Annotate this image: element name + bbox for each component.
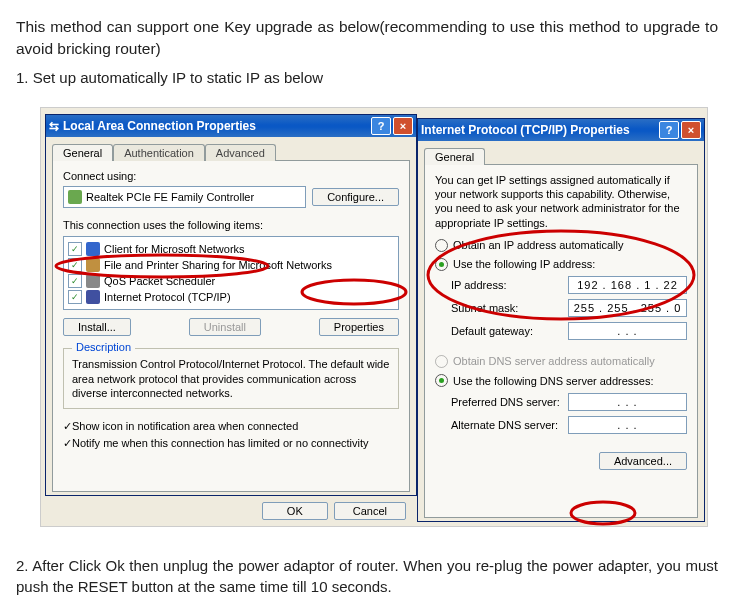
description-text: Transmission Control Protocol/Internet P… bbox=[72, 357, 390, 400]
tab-advanced[interactable]: Advanced bbox=[205, 144, 276, 161]
close-button[interactable]: × bbox=[681, 121, 701, 139]
nic-icon bbox=[68, 190, 82, 204]
step1: 1. Set up automatically IP to static IP … bbox=[16, 67, 718, 89]
uninstall-button: Uninstall bbox=[189, 318, 261, 336]
help-button[interactable]: ? bbox=[659, 121, 679, 139]
tab-general[interactable]: General bbox=[424, 148, 485, 165]
ip-address-field[interactable]: 192 . 168 . 1 . 22 bbox=[568, 276, 687, 294]
ip-label: IP address: bbox=[451, 278, 568, 292]
close-button[interactable]: × bbox=[393, 117, 413, 135]
tab-panel: Connect using: Realtek PCIe FE Family Co… bbox=[52, 160, 410, 492]
tabs: General bbox=[424, 147, 698, 164]
radio-manual-ip[interactable] bbox=[435, 258, 448, 271]
component-list[interactable]: ✓Client for Microsoft Networks ✓File and… bbox=[63, 236, 399, 310]
tab-general[interactable]: General bbox=[52, 144, 113, 161]
radio-label: Use the following IP address: bbox=[453, 257, 595, 271]
radio-auto-dns bbox=[435, 355, 448, 368]
radio-auto-ip[interactable] bbox=[435, 239, 448, 252]
titlebar: Internet Protocol (TCP/IP) Properties ? … bbox=[418, 119, 704, 141]
show-icon-checkbox-label: Show icon in notification area when conn… bbox=[72, 419, 298, 433]
radio-label: Obtain DNS server address automatically bbox=[453, 354, 655, 368]
nic-field: Realtek PCIe FE Family Controller bbox=[63, 186, 306, 208]
connect-using-label: Connect using: bbox=[63, 169, 399, 183]
tab-panel: You can get IP settings assigned automat… bbox=[424, 164, 698, 518]
list-item: QoS Packet Scheduler bbox=[104, 275, 215, 287]
tabs: General Authentication Advanced bbox=[52, 143, 410, 160]
check-icon[interactable]: ✓ bbox=[68, 258, 82, 272]
tcpip-properties-window: Internet Protocol (TCP/IP) Properties ? … bbox=[417, 118, 705, 522]
list-item: Client for Microsoft Networks bbox=[104, 243, 245, 255]
check-icon[interactable]: ✓ bbox=[68, 242, 82, 256]
list-item-tcpip: Internet Protocol (TCP/IP) bbox=[104, 291, 231, 303]
description-legend: Description bbox=[72, 341, 135, 353]
items-label: This connection uses the following items… bbox=[63, 218, 399, 232]
radio-label: Use the following DNS server addresses: bbox=[453, 374, 654, 388]
dialog-buttons: OK Cancel bbox=[46, 498, 416, 526]
gateway-field[interactable]: . . . bbox=[568, 322, 687, 340]
radio-manual-dns[interactable] bbox=[435, 374, 448, 387]
alternate-dns-field[interactable]: . . . bbox=[568, 416, 687, 434]
window-title: Local Area Connection Properties bbox=[63, 119, 369, 133]
screenshot-figure: ⇆ Local Area Connection Properties ? × G… bbox=[40, 107, 708, 527]
step2: 2. After Click Ok then unplug the power … bbox=[16, 555, 718, 599]
tab-authentication[interactable]: Authentication bbox=[113, 144, 205, 161]
preferred-dns-label: Preferred DNS server: bbox=[451, 395, 568, 409]
intro-text: This method can support one Key upgrade … bbox=[16, 16, 718, 61]
client-icon bbox=[86, 242, 100, 256]
tcpip-icon bbox=[86, 290, 100, 304]
properties-button[interactable]: Properties bbox=[319, 318, 399, 336]
alternate-dns-label: Alternate DNS server: bbox=[451, 418, 568, 432]
check-icon[interactable]: ✓ bbox=[63, 420, 72, 433]
dialog-buttons: OK Cancel bbox=[418, 524, 704, 527]
sys-icon: ⇆ bbox=[49, 119, 59, 133]
share-icon bbox=[86, 258, 100, 272]
gateway-label: Default gateway: bbox=[451, 324, 568, 338]
check-icon[interactable]: ✓ bbox=[68, 274, 82, 288]
notify-checkbox-label: Notify me when this connection has limit… bbox=[72, 436, 369, 450]
help-button[interactable]: ? bbox=[371, 117, 391, 135]
install-button[interactable]: Install... bbox=[63, 318, 131, 336]
qos-icon bbox=[86, 274, 100, 288]
check-icon[interactable]: ✓ bbox=[63, 437, 72, 450]
preferred-dns-field[interactable]: . . . bbox=[568, 393, 687, 411]
nic-name: Realtek PCIe FE Family Controller bbox=[86, 191, 254, 203]
ok-button[interactable]: OK bbox=[262, 502, 328, 520]
lan-properties-window: ⇆ Local Area Connection Properties ? × G… bbox=[45, 114, 417, 496]
titlebar: ⇆ Local Area Connection Properties ? × bbox=[46, 115, 416, 137]
radio-label: Obtain an IP address automatically bbox=[453, 238, 623, 252]
blurb: You can get IP settings assigned automat… bbox=[435, 173, 687, 230]
cancel-button[interactable]: Cancel bbox=[334, 502, 406, 520]
mask-label: Subnet mask: bbox=[451, 301, 568, 315]
subnet-mask-field[interactable]: 255 . 255 . 255 . 0 bbox=[568, 299, 687, 317]
advanced-button[interactable]: Advanced... bbox=[599, 452, 687, 470]
list-item: File and Printer Sharing for Microsoft N… bbox=[104, 259, 332, 271]
check-icon[interactable]: ✓ bbox=[68, 290, 82, 304]
configure-button[interactable]: Configure... bbox=[312, 188, 399, 206]
window-title: Internet Protocol (TCP/IP) Properties bbox=[421, 123, 657, 137]
